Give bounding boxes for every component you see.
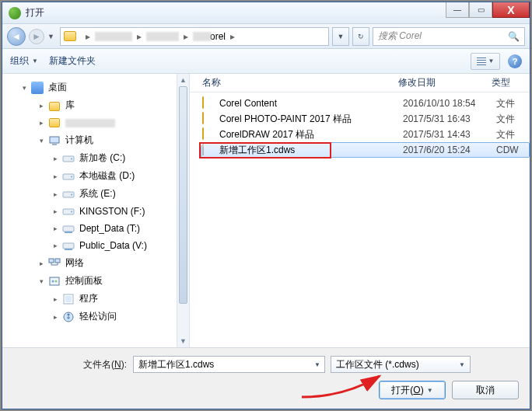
bottom-panel: 文件名(N): 新增工作区1.cdws ▼ 工作区文件 (*.cdws) ▼ 打… — [2, 347, 530, 409]
tree-library[interactable]: ▸ 库 — [2, 96, 189, 114]
tree-drive-v[interactable]: ▸ Public_Data (V:) — [2, 237, 189, 254]
close-button[interactable]: X — [492, 2, 530, 18]
tree-drive-e[interactable]: ▸ 系统 (E:) — [2, 185, 189, 203]
programs-icon — [62, 293, 75, 305]
tree-computer[interactable]: ▾ 计算机 — [2, 131, 189, 149]
list-rows: Corel Content 2016/10/10 18:54 文件 Corel … — [190, 92, 530, 158]
view-options-button[interactable]: ▼ — [471, 53, 500, 70]
new-folder-button[interactable]: 新建文件夹 — [49, 54, 96, 68]
folder-icon — [202, 96, 204, 109]
svg-rect-1 — [52, 144, 57, 145]
window-controls: — ▭ X — [446, 2, 530, 18]
svg-rect-14 — [49, 259, 54, 263]
forward-button[interactable]: ► — [29, 29, 44, 44]
network-icon — [48, 257, 61, 270]
netdrive-icon — [62, 239, 75, 252]
tree-desktop[interactable]: ▾ 桌面 — [2, 78, 189, 96]
organize-menu[interactable]: 组织 — [10, 54, 29, 68]
tree-drive-f[interactable]: ▸ KINGSTON (F:) — [2, 203, 189, 220]
control-panel-icon — [48, 275, 61, 287]
cancel-button[interactable]: 取消 — [452, 381, 519, 399]
refresh-button[interactable]: ↻ — [352, 27, 369, 46]
list-item[interactable]: Corel Content 2016/10/10 18:54 文件 — [202, 96, 530, 111]
tree-drive-d[interactable]: ▸ 本地磁盘 (D:) — [2, 167, 189, 185]
drive-icon — [62, 205, 75, 218]
back-button[interactable]: ◄ — [7, 27, 26, 46]
tree-drive-c[interactable]: ▸ 新加卷 (C:) — [2, 149, 189, 167]
file-list[interactable]: 名称 修改日期 类型 Corel Content 2016/10/10 18:5… — [190, 74, 530, 347]
blurred-user — [65, 119, 115, 127]
folder-icon — [64, 31, 76, 41]
scroll-down-icon[interactable]: ▼ — [177, 335, 189, 347]
organize-dropdown-icon[interactable]: ▼ — [32, 57, 38, 64]
file-icon — [202, 143, 204, 155]
list-item-selected[interactable]: 新增工作区1.cdws 2017/6/20 15:24 CDW — [201, 142, 530, 158]
tree-programs[interactable]: ▸ 程序 — [2, 290, 189, 308]
crumb-blurred — [193, 32, 212, 41]
crumb-blurred — [146, 32, 179, 41]
address-bar: ◄ ► ▼ ▸ ▸ ▸ orel ▸ ▼ ↻ 搜索 Corel 🔍 — [2, 24, 530, 49]
svg-point-17 — [52, 280, 54, 282]
folder-icon — [202, 127, 204, 140]
filename-input[interactable]: 新增工作区1.cdws — [133, 356, 325, 373]
drive-icon — [62, 188, 75, 200]
desktop-icon — [31, 82, 44, 94]
tree-cpanel[interactable]: ▾ 控制面板 — [2, 272, 189, 290]
col-type[interactable]: 类型 — [492, 76, 530, 89]
chevron-down-icon: ▼ — [488, 57, 495, 64]
svg-rect-13 — [65, 249, 72, 250]
tree-network[interactable]: ▸ 网络 — [2, 254, 189, 272]
search-input[interactable]: 搜索 Corel 🔍 — [373, 27, 525, 46]
svg-point-9 — [71, 211, 72, 213]
navigation-tree[interactable]: ▾ 桌面 ▸ 库 ▸ ▾ 计算机 — [2, 74, 190, 347]
folder-icon — [202, 112, 204, 124]
col-name[interactable]: 名称 — [202, 76, 398, 89]
open-button[interactable]: 打开(O) ▼ — [379, 381, 446, 399]
svg-rect-20 — [65, 296, 72, 302]
window-title: 打开 — [26, 6, 44, 19]
svg-rect-10 — [63, 226, 74, 232]
tree-ease[interactable]: ▸ 轻松访问 — [2, 308, 189, 326]
scroll-thumb[interactable] — [179, 86, 187, 304]
list-item[interactable]: CorelDRAW 2017 样品 2017/5/31 14:43 文件 — [202, 127, 530, 142]
svg-point-5 — [71, 176, 72, 177]
titlebar[interactable]: 打开 — ▭ X — [2, 2, 530, 24]
breadcrumb-bar[interactable]: ▸ ▸ ▸ orel ▸ — [60, 27, 329, 46]
netdrive-icon — [62, 222, 75, 235]
search-placeholder: 搜索 Corel — [378, 30, 422, 43]
svg-point-22 — [68, 313, 70, 315]
chevron-down-icon: ▼ — [459, 361, 465, 368]
tree-userfolder[interactable]: ▸ — [2, 114, 189, 131]
scroll-up-icon[interactable]: ▲ — [177, 74, 189, 86]
address-dropdown[interactable]: ▼ — [332, 27, 349, 46]
col-date[interactable]: 修改日期 — [398, 76, 492, 89]
tree-drive-t[interactable]: ▸ Dept_Data (T:) — [2, 220, 189, 237]
maximize-button[interactable]: ▭ — [469, 2, 492, 18]
list-icon — [477, 57, 486, 65]
svg-rect-0 — [50, 137, 59, 143]
svg-rect-15 — [55, 259, 60, 263]
crumb-last: orel — [210, 31, 226, 42]
user-folder-icon — [49, 118, 60, 127]
list-header[interactable]: 名称 修改日期 类型 — [190, 74, 530, 92]
toolbar: 组织 ▼ 新建文件夹 ▼ ? — [2, 49, 530, 74]
help-button[interactable]: ? — [508, 54, 522, 68]
computer-icon — [48, 134, 61, 147]
svg-point-7 — [71, 193, 72, 195]
nav-history-dropdown[interactable]: ▼ — [47, 33, 57, 40]
tree-scrollbar[interactable]: ▲ ▼ — [177, 74, 189, 347]
search-icon: 🔍 — [508, 31, 520, 42]
drive-icon — [62, 152, 75, 165]
split-dropdown-icon[interactable]: ▼ — [427, 387, 433, 394]
drive-icon — [62, 170, 75, 183]
filename-dropdown[interactable]: ▼ — [310, 356, 324, 373]
filetype-filter[interactable]: 工作区文件 (*.cdws) ▼ — [331, 356, 471, 373]
svg-point-3 — [71, 158, 72, 159]
filename-label: 文件名(N): — [83, 358, 127, 371]
open-dialog: 打开 — ▭ X ◄ ► ▼ ▸ ▸ ▸ orel ▸ ▼ ↻ 搜索 Corel… — [2, 2, 530, 409]
list-item[interactable]: Corel PHOTO-PAINT 2017 样品 2017/5/31 16:4… — [202, 111, 530, 127]
ease-icon — [62, 311, 75, 323]
minimize-button[interactable]: — — [446, 2, 469, 18]
svg-rect-11 — [65, 232, 72, 233]
svg-rect-16 — [50, 277, 59, 285]
